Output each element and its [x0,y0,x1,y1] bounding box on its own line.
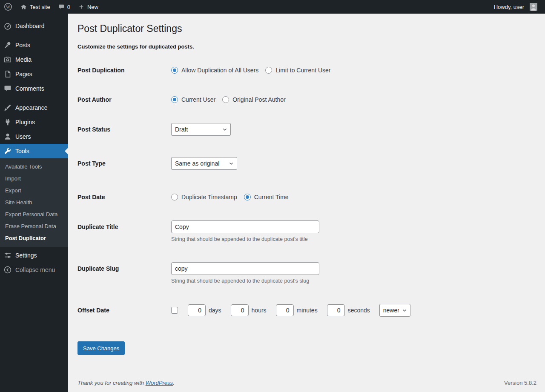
sidebar-item-settings[interactable]: Settings [0,248,68,263]
form-row-offset-date: Offset Date days hours minutes [77,295,536,337]
sidebar-item-pages[interactable]: Pages [0,67,68,81]
submenu-item-post-duplicator[interactable]: Post Duplicator [0,232,68,244]
collapse-menu-label: Collapse menu [15,266,55,273]
sidebar-item-media[interactable]: Media [0,52,68,67]
form-row-post-duplication: Post Duplication Allow Duplication of Al… [77,56,536,85]
duplicate-title-label: Duplicate Title [77,220,171,233]
home-icon [20,3,27,11]
svg-text:W: W [6,5,10,9]
sliders-icon [3,251,12,260]
radio-label: Allow Duplication of All Users [181,67,258,74]
sidebar-item-label: Posts [15,42,30,49]
allow-all-users-radio[interactable] [171,67,178,74]
sidebar-item-label: Pages [15,71,32,77]
comment-count: 0 [67,4,70,10]
collapse-arrow-icon [3,266,12,274]
offset-date-label: Offset Date [77,304,171,317]
offset-minutes-input[interactable] [276,304,294,316]
footer-version: Version 5.8.2 [504,380,536,386]
sidebar-item-users[interactable]: Users [0,129,68,144]
offset-direction-select[interactable]: newer [379,304,410,317]
admin-bar-left: W Test site 0 New [0,0,102,14]
main-content: Post Duplicator Settings Customize the s… [68,0,545,390]
save-changes-button[interactable]: Save Changes [77,341,125,355]
sidebar-item-label: Comments [15,85,44,92]
original-author-radio[interactable] [222,96,229,103]
duplicate-timestamp-radio[interactable] [171,194,178,200]
submenu-item-export-personal-data[interactable]: Export Personal Data [0,209,68,220]
radio-option-current-user[interactable]: Current User [171,96,215,103]
offset-date-checkbox-wrap [171,307,178,314]
offset-days-input[interactable] [188,304,206,316]
form-row-post-status: Post Status Draft [77,114,536,149]
document-icon [3,70,12,78]
footer-thanks-text: Thank you for creating with [77,380,146,386]
submenu-item-erase-personal-data[interactable]: Erase Personal Data [0,220,68,232]
person-icon [3,132,12,141]
submenu-item-available-tools[interactable]: Available Tools [0,161,68,173]
wordpress-link[interactable]: WordPress [146,380,173,386]
radio-option-original-author[interactable]: Original Post Author [222,96,286,103]
settings-form: Post Duplication Allow Duplication of Al… [77,56,536,337]
current-user-radio[interactable] [171,96,178,103]
duplicate-title-input[interactable] [171,220,319,233]
duplicate-slug-label: Duplicate Slug [77,262,171,275]
current-time-radio[interactable] [244,194,251,200]
pushpin-icon [3,41,12,49]
post-type-select[interactable]: Same as original [171,157,237,170]
page-title: Post Duplicator Settings [77,23,536,35]
radio-label: Duplicate Timestamp [181,194,237,200]
sidebar-item-label: Media [15,56,32,63]
limit-current-user-radio[interactable] [265,67,272,74]
offset-date-checkbox[interactable] [171,307,178,314]
radio-option-current-time[interactable]: Current Time [244,194,289,200]
post-status-select[interactable]: Draft [171,123,231,136]
post-type-select-wrap: Same as original [171,157,237,170]
wordpress-logo-icon: W [4,3,12,11]
comment-bubble-icon [58,3,65,10]
form-row-duplicate-slug: Duplicate Slug String that should be app… [77,254,536,295]
comments-bubble-link[interactable]: 0 [54,0,74,14]
wordpress-logo-menu[interactable]: W [0,0,16,14]
sidebar-item-dashboard[interactable]: Dashboard [0,19,68,33]
site-name-link[interactable]: Test site [16,0,54,14]
form-row-duplicate-title: Duplicate Title String that should be ap… [77,212,536,254]
sidebar-item-label: Dashboard [15,23,45,29]
admin-bar-right: Howdy, user [490,0,545,14]
form-row-post-type: Post Type Same as original [77,149,536,183]
sidebar-item-appearance[interactable]: Appearance [0,100,68,115]
offset-minutes-group: minutes [276,304,318,316]
new-content-menu[interactable]: New [74,0,102,14]
footer-thanks-period: . [173,380,175,386]
offset-seconds-input[interactable] [327,304,345,316]
offset-hours-input[interactable] [231,304,249,316]
sidebar-item-plugins[interactable]: Plugins [0,115,68,129]
form-row-post-author: Post Author Current User Original Post A… [77,85,536,114]
brush-icon [3,103,12,112]
admin-bar: W Test site 0 New Howdy, user [0,0,545,14]
radio-label: Current User [181,96,215,103]
radio-option-allow-all-users[interactable]: Allow Duplication of All Users [171,67,258,74]
account-menu[interactable]: Howdy, user [490,0,541,14]
radio-option-limit-current-user[interactable]: Limit to Current User [265,67,330,74]
admin-footer: Thank you for creating with WordPress. V… [77,380,536,390]
submenu-item-export[interactable]: Export [0,185,68,197]
camera-icon [3,55,12,64]
howdy-label: Howdy, user [494,4,524,10]
radio-option-duplicate-timestamp[interactable]: Duplicate Timestamp [171,194,237,200]
sidebar-item-label: Settings [15,252,37,259]
offset-direction-select-wrap: newer [379,304,410,317]
submenu-item-import[interactable]: Import [0,173,68,185]
sidebar-item-tools[interactable]: Tools [0,144,68,158]
wrench-icon [3,147,12,155]
plug-icon [3,118,12,126]
comment-icon [3,84,12,93]
submenu-item-site-health[interactable]: Site Health [0,197,68,209]
minutes-unit-label: minutes [297,307,318,314]
duplicate-slug-input[interactable] [171,262,319,275]
form-row-post-date: Post Date Duplicate Timestamp Current Ti… [77,183,536,212]
sidebar-item-comments[interactable]: Comments [0,81,68,96]
duplicate-title-help: String that should be appended to the du… [171,236,319,242]
collapse-menu-button[interactable]: Collapse menu [0,263,68,277]
sidebar-item-posts[interactable]: Posts [0,38,68,52]
